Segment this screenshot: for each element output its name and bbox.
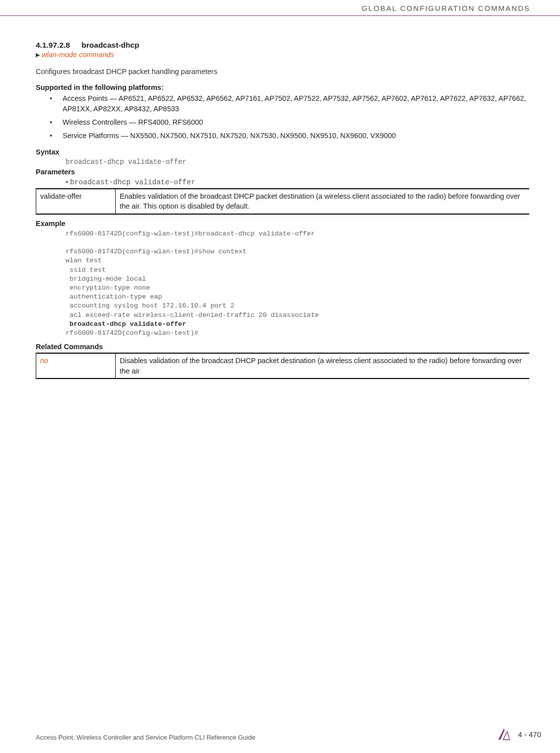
page-footer: Access Point, Wireless Controller and Se…: [0, 727, 560, 741]
platforms-list: Access Points — AP6521, AP6522, AP6532, …: [36, 93, 529, 141]
parameters-heading: Parameters: [36, 168, 529, 176]
section-heading: 4.1.97.2.8 broadcast-dhcp: [36, 41, 529, 50]
syntax-code: broadcast-dhcp validate-offer: [36, 158, 529, 166]
header-title: GLOBAL CONFIGURATION COMMANDS: [361, 4, 530, 12]
param-desc: Enables validation of the broadcast DHCP…: [116, 189, 530, 214]
intro-text: Configures broadcast DHCP packet handlin…: [36, 68, 529, 75]
breadcrumb: ▶ wlan-mode commands: [36, 51, 529, 59]
section-title: broadcast-dhcp: [81, 41, 139, 49]
table-row: no Disables validation of the broadcast …: [36, 353, 530, 378]
footer-right: 4 - 470: [497, 727, 541, 741]
related-heading: Related Commands: [36, 343, 529, 351]
footer-left: Access Point, Wireless Controller and Se…: [36, 734, 255, 741]
page-header: GLOBAL CONFIGURATION COMMANDS: [0, 0, 560, 16]
related-link[interactable]: no: [40, 357, 48, 365]
list-item: Wireless Controllers — RFS4000, RFS6000: [50, 117, 529, 128]
supported-heading: Supported in the following platforms:: [36, 83, 529, 91]
related-table: no Disables validation of the broadcast …: [36, 353, 529, 379]
parameters-table: validate-offer Enables validation of the…: [36, 188, 529, 215]
breadcrumb-text: wlan-mode commands: [42, 51, 114, 59]
parameters-bullet: broadcast-dhcp validate-offer: [36, 178, 529, 186]
param-name: validate-offer: [36, 189, 116, 214]
list-item: Access Points — AP6521, AP6522, AP6532, …: [50, 93, 529, 114]
syntax-heading: Syntax: [36, 148, 529, 156]
example-pre: rfs6000-81742D(config-wlan-test)#broadca…: [66, 230, 319, 319]
arrow-icon: ▶: [36, 52, 40, 58]
page-content: 4.1.97.2.8 broadcast-dhcp ▶ wlan-mode co…: [0, 16, 560, 379]
page-number: 4 - 470: [518, 730, 541, 739]
table-row: validate-offer Enables validation of the…: [36, 189, 530, 214]
related-desc: Disables validation of the broadcast DHC…: [116, 353, 530, 378]
section-number: 4.1.97.2.8: [36, 41, 79, 50]
example-heading: Example: [36, 220, 529, 227]
related-cmd: no: [36, 353, 116, 378]
example-bold-line: broadcast-dhcp validate-offer: [66, 320, 186, 328]
example-code: rfs6000-81742D(config-wlan-test)#broadca…: [36, 229, 529, 338]
example-post: rfs6000-81742D(config-wlan-test)#: [66, 329, 198, 337]
list-item: Service Platforms — NX5500, NX7500, NX75…: [50, 131, 529, 141]
footer-logo-icon: [497, 727, 511, 741]
